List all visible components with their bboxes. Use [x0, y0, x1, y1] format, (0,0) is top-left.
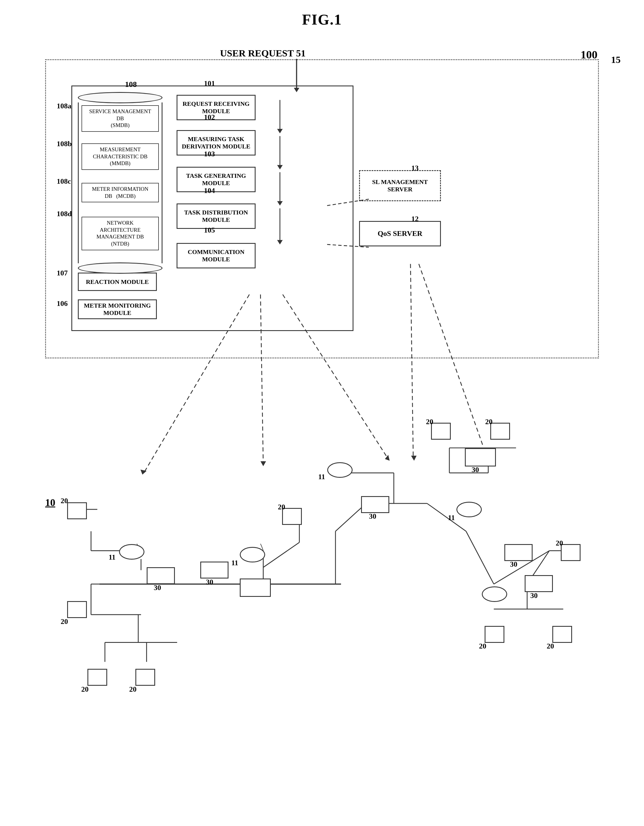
label-20-tr2: 20	[485, 418, 492, 426]
switch-11-fr	[456, 502, 482, 517]
label-11-m: 11	[231, 559, 238, 567]
label-11-r: 11	[318, 473, 325, 481]
db-smdb: SERVICE MANAGEMENTDB(SMDB)	[82, 105, 159, 132]
hub-30-ra	[525, 575, 553, 592]
cyl-body: SERVICE MANAGEMENTDB(SMDB) MEASUREMENTCH…	[78, 102, 163, 263]
label-20-bl: 20	[61, 618, 68, 626]
task-generating-module: TASK GENERATINGMODULE	[177, 167, 256, 192]
label-30-mr: 30	[369, 512, 376, 521]
label-20-br1: 20	[479, 642, 486, 651]
communication-module: COMMUNICATIONMODULE	[177, 243, 256, 269]
router-20-bl	[67, 601, 87, 618]
ref-12: 12	[411, 215, 419, 223]
ref-10-label: 10	[45, 497, 55, 509]
ref-13: 13	[411, 164, 419, 172]
ref-108b: 108b	[57, 140, 71, 148]
ref-107: 107	[57, 269, 68, 277]
ref-108c: 108c	[57, 177, 71, 186]
diagram-container: USER REQUEST 51 100 15 SERVICE MANAGEMEN…	[17, 31, 627, 815]
router-20-rs1	[561, 544, 580, 561]
router-20-tl	[67, 502, 87, 519]
label-30-m: 30	[206, 578, 213, 587]
ref-15: 15	[611, 54, 621, 65]
label-20-rs1: 20	[556, 539, 563, 548]
measuring-task-derivation-module: MEASURING TASKDERIVATION MODULE	[177, 130, 256, 155]
cyl-top	[78, 92, 163, 103]
page-title: FIG.1	[0, 0, 644, 28]
label-20-br2: 20	[547, 642, 554, 651]
switch-11-l	[119, 544, 144, 560]
router-20-tr2	[490, 423, 510, 440]
qos-server: QoS SERVER	[359, 221, 441, 246]
hub-30-fr	[504, 544, 532, 561]
router-20-br1	[485, 626, 504, 643]
ref-108a: 108a	[57, 102, 71, 110]
hub-30-mr	[361, 496, 389, 513]
svg-node1	[86, 505, 100, 514]
ref-102: 102	[204, 113, 215, 122]
svg-marker-13	[140, 470, 147, 475]
switch-11-m	[240, 547, 265, 562]
router-20-br2	[552, 626, 572, 643]
hub-main-m	[240, 579, 271, 597]
ref-108d: 108d	[57, 210, 71, 218]
reaction-module: REACTION MODULE	[78, 273, 157, 291]
label-11-fr: 11	[448, 514, 455, 522]
label-30-fr: 30	[510, 560, 517, 569]
svg-line-34	[263, 542, 299, 568]
label-30-ra: 30	[530, 592, 538, 600]
router-20-bbl	[87, 669, 107, 686]
label-30-l: 30	[154, 584, 161, 592]
switch-11-rb	[482, 587, 507, 602]
meter-monitoring-module: METER MONITORINGMODULE	[78, 300, 157, 319]
ref-101: 101	[204, 79, 215, 88]
router-20-bm	[135, 669, 155, 686]
svg-marker-19	[411, 456, 417, 461]
outer-system-box: 15 SERVICE MANAGEMENTDB(SMDB) MEASUREMEN…	[45, 59, 599, 359]
sl-management-server: SL MANAGEMENTSERVER	[359, 170, 441, 201]
hub-30-m	[200, 562, 228, 579]
task-distribution-module: TASK DISTRIBUTIONMODULE	[177, 203, 256, 229]
label-20-tl: 20	[61, 497, 68, 505]
db-mcdb: METER INFORMATIONDB (MCDB)	[82, 183, 159, 202]
hub-30-l	[147, 567, 175, 584]
svg-marker-15	[261, 461, 266, 466]
request-receiving-module: REQUEST RECEIVINGMODULE	[177, 95, 256, 120]
svg-marker-17	[385, 455, 390, 461]
ref-105: 105	[204, 226, 215, 234]
inner-system-box: SERVICE MANAGEMENTDB(SMDB) MEASUREMENTCH…	[71, 85, 354, 331]
svg-line-42	[466, 531, 493, 584]
cyl-bottom	[78, 262, 163, 274]
switch-11-r	[327, 462, 352, 478]
ref-103: 103	[204, 150, 215, 158]
ref-106: 106	[57, 300, 68, 308]
hub-30-tr	[465, 448, 496, 466]
db-ntdb: NETWORKARCHITECTUREMANAGEMENT DB(NTDB)	[82, 217, 159, 250]
db-cylinder: SERVICE MANAGEMENTDB(SMDB) MEASUREMENTCH…	[78, 92, 163, 274]
label-20-bm: 20	[129, 685, 137, 694]
db-mmdb: MEASUREMENTCHARACTERISTIC DB(MMDB)	[82, 143, 159, 170]
router-20-tr1	[431, 423, 451, 440]
label-20-mrt: 20	[278, 503, 285, 511]
ref-108: 108	[125, 80, 137, 89]
label-30-tr: 30	[472, 466, 479, 474]
ref-104: 104	[204, 186, 215, 195]
user-request-label: USER REQUEST 51	[220, 48, 306, 59]
label-20-bbl: 20	[81, 685, 88, 694]
label-20-tr1: 20	[426, 418, 433, 426]
label-11-l: 11	[109, 553, 116, 562]
